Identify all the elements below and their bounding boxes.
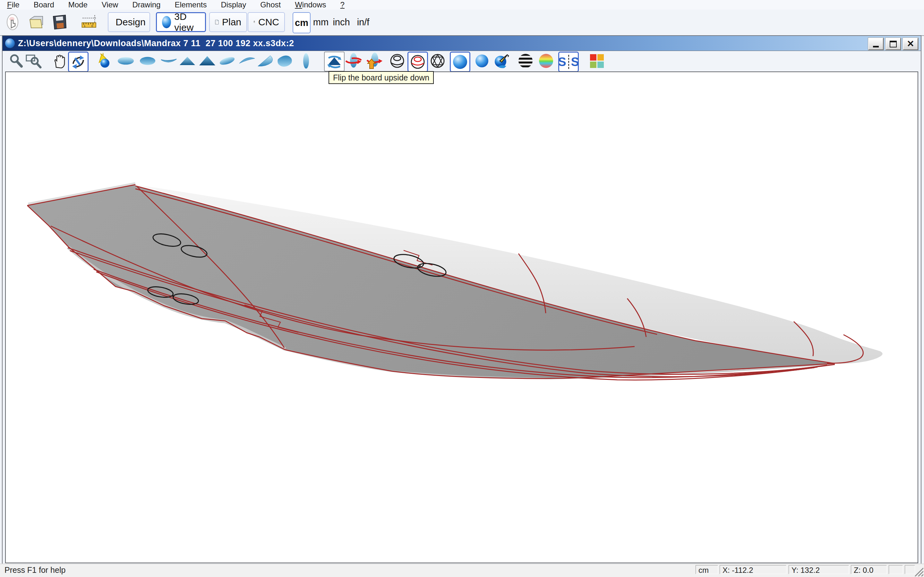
plan-label: Plan xyxy=(222,17,241,27)
maximize-button[interactable] xyxy=(885,38,901,50)
cnc-mode-button[interactable]: CNC xyxy=(248,12,285,32)
status-help-text: Press F1 for help xyxy=(5,566,65,575)
close-button[interactable]: ✕ xyxy=(903,38,918,50)
model-canvas[interactable] xyxy=(5,71,918,563)
unit-mm-button[interactable]: mm xyxy=(312,12,330,32)
tile-windows-icon xyxy=(590,54,604,68)
render-zebra-button[interactable] xyxy=(517,52,535,70)
menu-windows[interactable]: Windows xyxy=(288,0,333,10)
wireframe-slices-button[interactable] xyxy=(407,52,428,72)
3d-view-mode-button[interactable]: 3D view xyxy=(156,12,206,32)
sphere-icon xyxy=(162,16,171,28)
view-deck[interactable] xyxy=(117,52,135,70)
unit-inf-button[interactable]: in/f xyxy=(354,12,373,32)
design-mode-button[interactable]: Design xyxy=(108,12,150,32)
menu-view[interactable]: View xyxy=(95,0,126,10)
symmetry-button[interactable]: SS xyxy=(558,52,579,72)
save-icon[interactable] xyxy=(50,13,69,31)
lighting-tool[interactable] xyxy=(94,52,112,70)
view-nose[interactable] xyxy=(178,52,196,70)
render-paint-button[interactable] xyxy=(493,52,511,70)
rotate-3d-tool[interactable] xyxy=(68,52,89,72)
render-smooth-button[interactable] xyxy=(473,52,491,70)
unit-inch-button[interactable]: inch xyxy=(331,12,352,32)
application-window: File Board Mode View Drawing Elements Di… xyxy=(0,0,924,577)
menu-mode[interactable]: Mode xyxy=(61,0,95,10)
mesh-sphere-button[interactable] xyxy=(429,52,447,70)
dimensions-ruler-icon[interactable]: 1 0 xyxy=(80,13,99,31)
render-curvature-button[interactable] xyxy=(537,52,555,70)
menu-file[interactable]: File xyxy=(0,0,27,10)
menu-help[interactable]: ? xyxy=(333,0,352,10)
status-x-coordinate: X: -112.2 xyxy=(720,565,787,574)
lamp-icon xyxy=(95,53,111,69)
tooltip-text: Flip the board upside down xyxy=(333,73,429,82)
unit-inch-label: inch xyxy=(333,17,350,27)
zoom-window-tool[interactable] xyxy=(24,52,42,70)
flip-upside-down-button[interactable] xyxy=(324,52,344,71)
view-side[interactable] xyxy=(297,52,315,70)
view-tail[interactable] xyxy=(198,52,216,70)
rotate-lengthwise-button[interactable] xyxy=(344,52,363,70)
curvature-sphere-icon xyxy=(539,54,553,68)
status-y-coordinate: Y: 132.2 xyxy=(788,565,849,574)
plan-document-icon xyxy=(215,15,219,29)
solid-sphere-icon xyxy=(453,55,467,69)
mesh-sphere-icon xyxy=(430,53,445,69)
swap-nose-tail-button[interactable] xyxy=(365,52,383,70)
open-folder-icon[interactable] xyxy=(27,13,46,31)
zoom-tool[interactable] xyxy=(7,52,25,70)
rotate-arrow-up-icon xyxy=(365,53,383,69)
rotate-3d-icon xyxy=(71,54,86,69)
unit-inf-label: in/f xyxy=(357,17,370,27)
document-titlebar[interactable]: Z:\Users\dennery\Downloads\Mandrax 7 11 … xyxy=(3,36,921,51)
resize-grip[interactable] xyxy=(914,567,923,576)
view-bottom[interactable] xyxy=(139,52,157,70)
main-toolbar: 1 0 Design 3D view Plan xyxy=(0,10,924,36)
status-z-coordinate: Z: 0.0 xyxy=(851,565,887,574)
view-toolbar: SS xyxy=(3,51,921,71)
unit-cm-label: cm xyxy=(295,18,309,28)
zoom-rectangle-icon xyxy=(25,53,42,69)
unit-cm-button[interactable]: cm xyxy=(292,12,310,33)
pan-tool[interactable] xyxy=(51,52,69,70)
cnc-label: CNC xyxy=(258,17,279,27)
surfboard-3d-model xyxy=(6,72,918,562)
menu-board[interactable]: Board xyxy=(27,0,61,10)
tooltip: Flip the board upside down xyxy=(328,71,434,84)
symmetry-icon: SS xyxy=(558,55,579,69)
status-unit: cm xyxy=(696,565,718,574)
hand-icon xyxy=(52,53,67,69)
svg-text:1: 1 xyxy=(84,24,86,27)
menu-bar: File Board Mode View Drawing Elements Di… xyxy=(0,0,924,10)
tile-windows-button[interactable] xyxy=(588,52,606,70)
status-empty-box-1 xyxy=(889,565,903,574)
flip-board-icon xyxy=(326,53,342,69)
rotate-axis-icon xyxy=(344,53,363,69)
menu-display[interactable]: Display xyxy=(214,0,253,10)
unit-mm-label: mm xyxy=(313,17,328,27)
menu-ghost[interactable]: Ghost xyxy=(253,0,288,10)
menu-drawing[interactable]: Drawing xyxy=(125,0,168,10)
design-label: Design xyxy=(115,17,145,27)
view-perspective-3[interactable] xyxy=(257,52,275,70)
maximize-icon xyxy=(890,41,897,47)
wireframe-red-sphere-icon xyxy=(410,54,425,69)
3d-view-label: 3D view xyxy=(174,11,200,33)
menu-elements[interactable]: Elements xyxy=(168,0,214,10)
view-perspective-1[interactable] xyxy=(218,52,236,70)
wireframe-sphere-button[interactable] xyxy=(388,52,406,70)
cnc-bit-icon xyxy=(254,15,255,29)
plan-mode-button[interactable]: Plan xyxy=(209,12,247,32)
view-rocker[interactable] xyxy=(160,52,178,70)
wireframe-sphere-icon xyxy=(389,53,405,69)
svg-text:0: 0 xyxy=(91,24,93,27)
view-perspective-4[interactable] xyxy=(276,52,294,70)
minimize-button[interactable] xyxy=(868,38,884,50)
document-title: Z:\Users\dennery\Downloads\Mandrax 7 11 … xyxy=(18,39,294,48)
pointer-tool-icon[interactable] xyxy=(3,13,22,31)
paint-sphere-icon xyxy=(493,53,510,69)
zebra-sphere-icon xyxy=(519,54,533,68)
view-perspective-2[interactable] xyxy=(238,52,256,70)
render-solid-button[interactable] xyxy=(450,52,470,72)
